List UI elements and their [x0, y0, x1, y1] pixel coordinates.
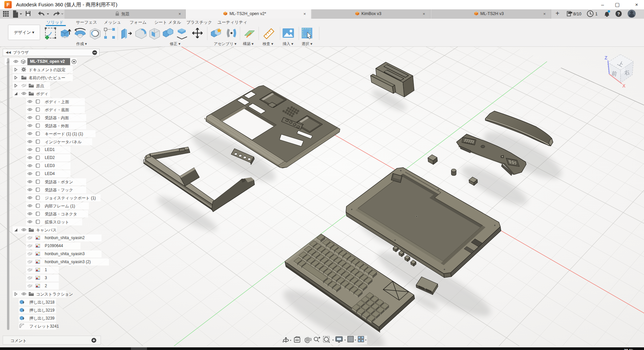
- svg-text:X: X: [622, 83, 626, 89]
- svg-text:8/10: 8/10: [573, 12, 581, 16]
- svg-text:1: 1: [595, 12, 598, 16]
- svg-text:Z: Z: [605, 55, 608, 60]
- svg-text:?: ?: [617, 11, 620, 16]
